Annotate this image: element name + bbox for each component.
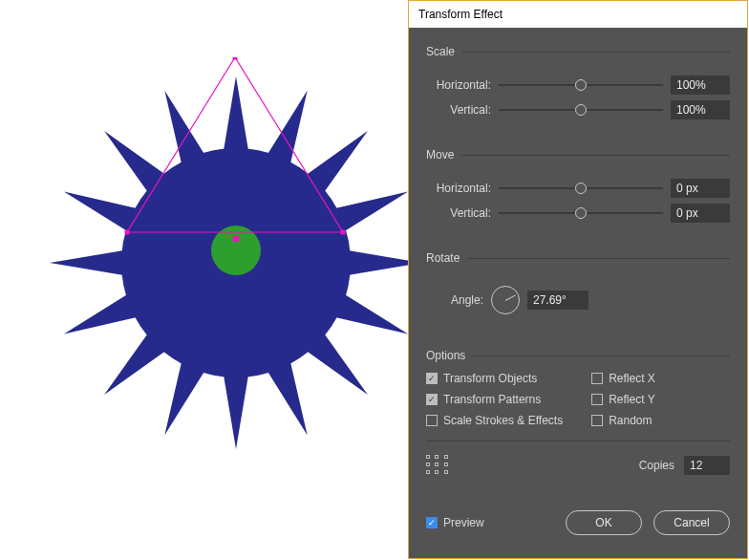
scale-h-slider[interactable] (499, 76, 663, 94)
move-h-label: Horizontal: (426, 182, 491, 195)
scale-v-label: Vertical: (426, 103, 491, 117)
options-group: Options ✓ Transform Objects ✓ Transform … (426, 349, 730, 476)
move-v-slider[interactable] (499, 205, 663, 222)
move-h-slider[interactable] (499, 180, 663, 197)
rotate-legend: Rotate (426, 251, 467, 265)
preview-label: Preview (443, 516, 484, 529)
copies-input[interactable] (684, 456, 730, 475)
scale-legend: Scale (426, 45, 462, 58)
angle-value[interactable]: 27.69° (527, 291, 588, 310)
scale-group: Scale Horizontal: 100% Vertical: 100% (426, 45, 730, 133)
cancel-button[interactable]: Cancel (653, 510, 730, 535)
canvas (0, 0, 408, 560)
random-checkbox[interactable]: Random (591, 414, 655, 427)
rotate-group: Rotate Angle: 27.69° (426, 251, 730, 334)
dialog-title: Transform Effect (418, 8, 503, 21)
svg-rect-18 (341, 230, 346, 235)
scale-v-slider[interactable] (499, 101, 663, 118)
angle-label: Angle: (426, 293, 483, 307)
dialog-body: Scale Horizontal: 100% Vertical: 100% (409, 28, 747, 489)
reflect-x-label: Reflect X (609, 372, 655, 385)
random-label: Random (609, 414, 652, 427)
scale-v-value[interactable]: 100% (671, 100, 730, 119)
transform-objects-label: Transform Objects (443, 372, 537, 385)
scale-h-value[interactable]: 100% (671, 75, 730, 95)
svg-rect-19 (125, 230, 130, 235)
registration-point-icon[interactable] (426, 455, 451, 476)
preview-checkbox[interactable]: ✓ Preview (426, 516, 484, 529)
move-h-value[interactable]: 0 px (671, 179, 730, 198)
move-legend: Move (426, 148, 461, 162)
dialog-titlebar[interactable]: Transform Effect (409, 1, 747, 28)
move-v-value[interactable]: 0 px (671, 204, 730, 223)
transform-objects-checkbox[interactable]: ✓ Transform Objects (426, 372, 563, 385)
move-group: Move Horizontal: 0 px Vertical: 0 px (426, 148, 730, 236)
artwork (32, 57, 409, 468)
reflect-x-checkbox[interactable]: Reflect X (591, 372, 655, 385)
reflect-y-label: Reflect Y (609, 393, 654, 406)
move-v-label: Vertical: (426, 206, 491, 220)
transform-patterns-checkbox[interactable]: ✓ Transform Patterns (426, 393, 563, 406)
transform-patterns-label: Transform Patterns (443, 393, 541, 406)
ok-button[interactable]: OK (566, 510, 642, 535)
options-legend: Options (426, 349, 473, 362)
svg-rect-17 (233, 57, 238, 60)
svg-rect-20 (233, 236, 239, 242)
transform-effect-dialog: Transform Effect Scale Horizontal: 100% … (408, 0, 748, 559)
angle-dial[interactable] (491, 286, 520, 314)
dialog-footer: ✓ Preview OK Cancel (409, 489, 747, 552)
copies-label: Copies (639, 459, 674, 472)
scale-h-label: Horizontal: (426, 78, 491, 92)
reflect-y-checkbox[interactable]: Reflect Y (591, 393, 655, 406)
scale-strokes-label: Scale Strokes & Effects (443, 414, 563, 427)
green-circle (211, 226, 261, 275)
scale-strokes-checkbox[interactable]: Scale Strokes & Effects (426, 414, 563, 427)
artwork-svg (32, 57, 409, 468)
